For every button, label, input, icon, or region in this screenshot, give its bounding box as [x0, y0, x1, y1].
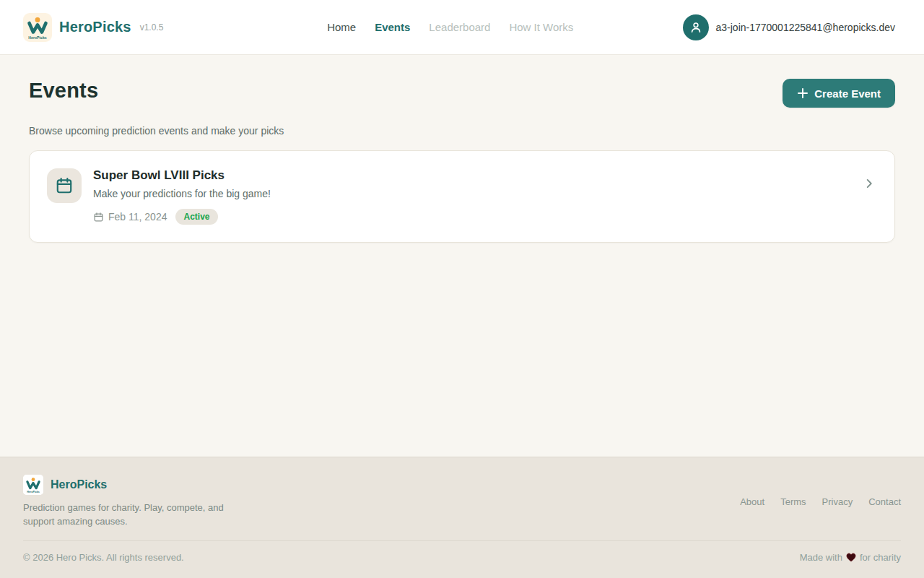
copyright-text: © 2026 Hero Picks. All rights reserved.	[23, 552, 184, 563]
plus-icon	[797, 87, 808, 99]
footer-brand-name: HeroPicks	[51, 478, 107, 491]
footer-brand-col: HeroPicks HeroPicks Prediction games for…	[23, 475, 240, 529]
page-title: Events	[29, 79, 98, 103]
chevron-right-icon[interactable]	[861, 176, 877, 191]
brand-block: HeroPicks HeroPicks v1.0.5	[23, 13, 261, 42]
calendar-small-icon	[93, 212, 104, 223]
footer-link-contact[interactable]: Contact	[868, 496, 901, 507]
calendar-icon	[55, 176, 74, 195]
brand-version: v1.0.5	[140, 22, 164, 33]
footer-links: About Terms Privacy Contact	[740, 496, 901, 507]
footer-link-privacy[interactable]: Privacy	[822, 496, 853, 507]
nav-link-how-it-works[interactable]: How It Works	[509, 21, 573, 33]
create-event-label: Create Event	[814, 87, 881, 100]
events-page: Events Create Event Browse upcoming pred…	[0, 55, 924, 457]
status-badge: Active	[175, 209, 217, 225]
site-footer: HeroPicks HeroPicks Prediction games for…	[0, 457, 924, 578]
user-block[interactable]: a3-join-1770001225841@heropicks.dev	[683, 14, 896, 40]
svg-text:HeroPicks: HeroPicks	[27, 491, 40, 493]
made-with-prefix: Made with	[800, 552, 842, 563]
footer-link-terms[interactable]: Terms	[780, 496, 806, 507]
event-date-text: Feb 11, 2024	[108, 211, 167, 223]
event-card[interactable]: Super Bowl LVIII Picks Make your predict…	[29, 150, 895, 243]
footer-logo-icon: HeroPicks	[23, 475, 43, 495]
page-subtitle: Browse upcoming prediction events and ma…	[29, 125, 895, 137]
site-header: HeroPicks HeroPicks v1.0.5 Home Events L…	[0, 0, 924, 55]
heropicks-logo-icon: HeroPicks	[23, 13, 52, 42]
heart-icon	[846, 553, 856, 562]
made-with-text: Made with for charity	[800, 552, 901, 563]
user-avatar[interactable]	[683, 14, 709, 40]
main-nav: Home Events Leaderboard How It Works	[261, 21, 640, 33]
made-with-suffix: for charity	[860, 552, 901, 563]
nav-link-leaderboard[interactable]: Leaderboard	[429, 21, 490, 33]
nav-link-events[interactable]: Events	[375, 21, 410, 33]
event-icon-tile	[47, 168, 82, 203]
event-date: Feb 11, 2024	[93, 211, 167, 223]
footer-tagline: Prediction games for charity. Play, comp…	[23, 501, 240, 529]
brand-name: HeroPicks	[59, 19, 131, 35]
event-meta: Feb 11, 2024 Active	[93, 209, 850, 225]
user-email: a3-join-1770001225841@heropicks.dev	[716, 22, 896, 33]
footer-link-about[interactable]: About	[740, 496, 764, 507]
nav-link-home[interactable]: Home	[327, 21, 356, 33]
event-title: Super Bowl LVIII Picks	[93, 168, 850, 183]
event-description: Make your predictions for the big game!	[93, 188, 850, 199]
event-body: Super Bowl LVIII Picks Make your predict…	[93, 168, 850, 225]
svg-text:HeroPicks: HeroPicks	[28, 35, 46, 40]
create-event-button[interactable]: Create Event	[783, 79, 895, 108]
person-icon	[689, 20, 703, 35]
